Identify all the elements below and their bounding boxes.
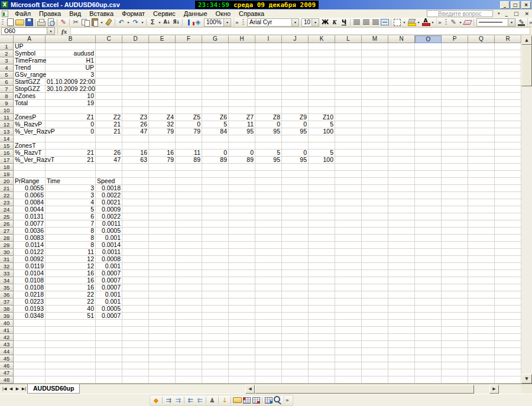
cell-h42[interactable] <box>229 334 255 341</box>
cell-h6[interactable] <box>229 79 255 86</box>
cell-f47[interactable] <box>176 369 202 376</box>
horizontal-scroll-thumb[interactable] <box>255 385 474 394</box>
row-header-22[interactable]: 22 <box>0 192 14 199</box>
cell-r30[interactable] <box>495 249 521 256</box>
cell-c41[interactable] <box>96 327 122 334</box>
cell-b23[interactable]: 4 <box>46 199 96 206</box>
chart-wizard-icon[interactable] <box>184 18 193 27</box>
cell-n34[interactable] <box>388 277 415 284</box>
cell-l27[interactable] <box>335 228 362 235</box>
row-header-34[interactable]: 34 <box>0 277 14 284</box>
cell-r19[interactable] <box>495 171 521 178</box>
cell-o16[interactable] <box>415 150 442 157</box>
cell-d27[interactable] <box>122 228 149 235</box>
cell-n36[interactable] <box>388 291 415 298</box>
cell-b21[interactable]: 3 <box>46 185 96 192</box>
cell-e47[interactable] <box>149 369 176 376</box>
cell-m27[interactable] <box>362 228 388 235</box>
cell-n40[interactable] <box>388 320 415 327</box>
cell-n47[interactable] <box>388 369 415 376</box>
autosum-icon[interactable]: Σ <box>148 18 157 27</box>
row-header-24[interactable]: 24 <box>0 206 14 213</box>
cell-c7[interactable] <box>96 86 122 93</box>
cell-k3[interactable] <box>309 57 335 64</box>
cell-g37[interactable] <box>202 298 229 306</box>
row-header-31[interactable]: 31 <box>0 256 14 263</box>
cell-f19[interactable] <box>176 171 202 178</box>
pen-icon[interactable]: ✎ <box>59 18 68 27</box>
cell-m38[interactable] <box>362 306 388 313</box>
cell-b44[interactable] <box>46 348 96 355</box>
cell-d8[interactable] <box>122 93 149 100</box>
cell-i28[interactable] <box>255 235 282 242</box>
cell-n28[interactable] <box>388 235 415 242</box>
cell-l13[interactable] <box>335 128 362 135</box>
cell-g13[interactable]: 84 <box>202 128 229 135</box>
cell-j28[interactable] <box>282 235 309 242</box>
vertical-scrollbar[interactable]: ▲ ▼ <box>521 35 532 384</box>
cell-d40[interactable] <box>122 320 149 327</box>
cell-k45[interactable] <box>309 355 335 362</box>
menu-item-insert[interactable]: Вставка <box>85 10 118 17</box>
cell-l2[interactable] <box>335 50 362 57</box>
cell-h23[interactable] <box>229 199 255 206</box>
row-header-2[interactable]: 2 <box>0 50 14 57</box>
cell-r44[interactable] <box>495 348 521 355</box>
cell-q4[interactable] <box>468 64 495 72</box>
cell-n7[interactable] <box>388 86 415 93</box>
cell-n2[interactable] <box>388 50 415 57</box>
cell-h47[interactable] <box>229 369 255 376</box>
cell-b26[interactable]: 7 <box>46 220 96 228</box>
cell-o2[interactable] <box>415 50 442 57</box>
cell-k7[interactable] <box>309 86 335 93</box>
row-header-17[interactable]: 17 <box>0 157 14 164</box>
cell-g26[interactable] <box>202 220 229 228</box>
cell-h27[interactable] <box>229 228 255 235</box>
cell-c13[interactable]: 21 <box>96 128 122 135</box>
underline-icon[interactable]: Ч <box>339 18 349 27</box>
cell-e32[interactable] <box>149 263 176 270</box>
cell-m47[interactable] <box>362 369 388 376</box>
cell-p29[interactable] <box>442 242 468 249</box>
cell-m12[interactable] <box>362 121 388 128</box>
cell-o36[interactable] <box>415 291 442 298</box>
cell-l34[interactable] <box>335 277 362 284</box>
cell-b46[interactable] <box>46 362 96 369</box>
cell-e9[interactable] <box>149 100 176 107</box>
cell-a47[interactable] <box>14 369 46 376</box>
cell-e27[interactable] <box>149 228 176 235</box>
cell-h9[interactable] <box>229 100 255 107</box>
cell-f46[interactable] <box>176 362 202 369</box>
cell-m28[interactable] <box>362 235 388 242</box>
cell-j2[interactable] <box>282 50 309 57</box>
cell-j43[interactable] <box>282 341 309 348</box>
cell-o12[interactable] <box>415 121 442 128</box>
cell-j31[interactable] <box>282 256 309 263</box>
cell-f21[interactable] <box>176 185 202 192</box>
cell-n16[interactable] <box>388 150 415 157</box>
cell-i3[interactable] <box>255 57 282 64</box>
cell-l36[interactable] <box>335 291 362 298</box>
cell-n9[interactable] <box>388 100 415 107</box>
table-red-2-icon[interactable] <box>251 396 261 405</box>
cell-e33[interactable] <box>149 270 176 277</box>
cell-p28[interactable] <box>442 235 468 242</box>
arrows-left-1-icon[interactable]: ⇇ <box>186 396 195 405</box>
cell-i46[interactable] <box>255 362 282 369</box>
save-icon[interactable] <box>24 18 34 27</box>
cell-l8[interactable] <box>335 93 362 100</box>
cell-l11[interactable] <box>335 114 362 121</box>
scroll-right-icon[interactable]: ▶ <box>489 385 499 394</box>
cell-e39[interactable] <box>149 313 176 320</box>
cell-q23[interactable] <box>468 199 495 206</box>
cell-i41[interactable] <box>255 327 282 334</box>
cell-j44[interactable] <box>282 348 309 355</box>
cell-q27[interactable] <box>468 228 495 235</box>
cell-l38[interactable] <box>335 306 362 313</box>
row-header-18[interactable]: 18 <box>0 164 14 171</box>
cell-h18[interactable] <box>229 164 255 171</box>
cell-n27[interactable] <box>388 228 415 235</box>
sort-descending-icon[interactable]: Я↓ <box>171 18 181 27</box>
cell-j32[interactable] <box>282 263 309 270</box>
cell-h48[interactable] <box>229 376 255 384</box>
